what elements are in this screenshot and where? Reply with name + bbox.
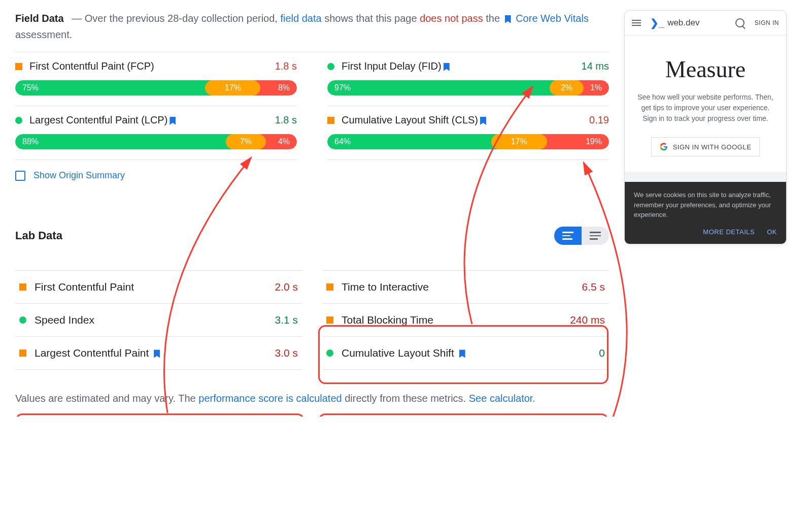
poor-segment: 19% xyxy=(539,134,609,149)
more-details-button[interactable]: MORE DETAILS xyxy=(703,227,755,237)
status-dot xyxy=(326,316,333,324)
good-segment: 88% xyxy=(15,134,234,149)
metric-name: First Input Delay (FID) xyxy=(342,60,574,72)
webdev-logo[interactable]: ❯_ web.dev xyxy=(650,17,730,29)
field-metric-1: First Input Delay (FID) 14 ms 97% 2% 1% xyxy=(327,52,609,106)
device-preview: ❯_ web.dev SIGN IN Measure See how well … xyxy=(624,10,787,244)
toggle-detail-view[interactable] xyxy=(554,227,582,245)
cookie-banner: We serve cookies on this site to analyze… xyxy=(625,182,786,244)
ok-button[interactable]: OK xyxy=(767,227,777,237)
status-dot xyxy=(15,117,22,124)
measure-heading: Measure xyxy=(637,56,774,83)
lab-metric-value: 0 xyxy=(599,347,605,359)
lab-metric-name: Total Blocking Time xyxy=(342,314,562,326)
lab-data-title: Lab Data xyxy=(15,229,62,242)
metric-value: 14 ms xyxy=(582,60,609,72)
lab-metric-4: Largest Contentful Paint 3.0 s xyxy=(15,337,302,370)
needs-improvement-segment: 17% xyxy=(491,134,547,149)
footer-note: Values are estimated and may vary. The p… xyxy=(15,390,548,406)
origin-checkbox[interactable] xyxy=(15,171,25,181)
distribution-bar: 64% 17% 19% xyxy=(327,134,609,149)
distribution-bar: 97% 2% 1% xyxy=(327,80,609,96)
lab-metric-name: Time to Interactive xyxy=(342,281,573,293)
needs-improvement-segment: 17% xyxy=(205,80,260,96)
origin-label: Show Origin Summary xyxy=(33,170,125,181)
needs-improvement-segment: 2% xyxy=(550,80,584,96)
status-dot xyxy=(327,63,334,70)
status-dot xyxy=(326,283,333,291)
field-metric-2: Largest Contentful Paint (LCP) 1.8 s 88%… xyxy=(15,106,297,160)
google-icon xyxy=(660,143,668,151)
good-segment: 97% xyxy=(327,80,558,96)
field-data-summary: Field Data — Over the previous 28-day co… xyxy=(15,10,609,43)
bookmark-icon xyxy=(444,63,450,71)
does-not-pass-text: does not pass xyxy=(420,13,483,24)
lab-metric-0: First Contentful Paint 2.0 s xyxy=(15,270,302,304)
lab-metric-value: 2.0 s xyxy=(275,281,298,293)
lab-metric-3: Total Blocking Time 240 ms xyxy=(322,304,609,337)
field-metric-0: First Contentful Paint (FCP) 1.8 s 75% 1… xyxy=(15,52,297,106)
lab-metric-value: 6.5 s xyxy=(582,281,605,293)
lab-metric-value: 240 ms xyxy=(570,314,605,326)
logo-chevron-icon: ❯_ xyxy=(650,17,664,29)
good-segment: 75% xyxy=(15,80,213,96)
highlight-box-lcp xyxy=(15,414,304,417)
status-dot xyxy=(19,350,26,357)
lab-metric-name: Speed Index xyxy=(35,314,266,326)
status-dot xyxy=(326,350,333,357)
highlight-box-cls xyxy=(318,414,608,417)
metric-value: 0.19 xyxy=(589,114,609,126)
sign-in-button[interactable]: SIGN IN xyxy=(755,19,779,26)
bookmark-icon xyxy=(459,350,465,358)
bookmark-icon xyxy=(505,15,511,23)
measure-description: See how well your website performs. Then… xyxy=(637,92,774,124)
metric-name: Cumulative Layout Shift (CLS) xyxy=(342,114,582,126)
lab-metric-name: Cumulative Layout Shift xyxy=(342,347,591,359)
lab-metric-name: Largest Contentful Paint xyxy=(35,347,266,359)
metric-value: 1.8 s xyxy=(275,60,297,72)
status-dot xyxy=(19,283,26,291)
status-dot xyxy=(15,63,22,70)
field-metric-3: Cumulative Layout Shift (CLS) 0.19 64% 1… xyxy=(327,106,609,160)
search-icon[interactable] xyxy=(735,18,745,27)
bookmark-icon xyxy=(154,350,160,358)
status-dot xyxy=(19,316,26,324)
see-calculator-link[interactable]: See calculator. xyxy=(469,393,535,404)
metric-name: First Contentful Paint (FCP) xyxy=(29,60,268,72)
metric-value: 1.8 s xyxy=(275,114,297,126)
lab-metric-value: 3.1 s xyxy=(275,314,298,326)
show-origin-summary-row[interactable]: Show Origin Summary xyxy=(15,160,609,191)
hamburger-icon[interactable] xyxy=(632,20,641,26)
distribution-bar: 75% 17% 8% xyxy=(15,80,297,96)
toggle-list-view[interactable] xyxy=(582,227,609,245)
lab-metrics-grid: First Contentful Paint 2.0 s Time to Int… xyxy=(15,270,609,370)
view-toggle[interactable] xyxy=(554,227,609,245)
lab-metric-value: 3.0 s xyxy=(275,347,298,359)
core-web-vitals-link[interactable]: Core Web Vitals xyxy=(516,13,589,24)
lab-metric-1: Time to Interactive 6.5 s xyxy=(322,270,609,304)
distribution-bar: 88% 7% 4% xyxy=(15,134,297,149)
field-metrics-grid: First Contentful Paint (FCP) 1.8 s 75% 1… xyxy=(15,52,609,160)
lab-metric-2: Speed Index 3.1 s xyxy=(15,304,302,337)
status-dot xyxy=(327,117,334,124)
metric-name: Largest Contentful Paint (LCP) xyxy=(29,114,268,126)
bookmark-icon xyxy=(170,117,176,125)
good-segment: 64% xyxy=(327,134,499,149)
lab-metric-name: First Contentful Paint xyxy=(35,281,266,293)
field-data-title: Field Data xyxy=(15,13,64,24)
sign-in-google-button[interactable]: SIGN IN WITH GOOGLE xyxy=(651,137,760,156)
perf-score-link[interactable]: performance score is calculated xyxy=(198,393,342,404)
field-data-link[interactable]: field data xyxy=(280,13,321,24)
bookmark-icon xyxy=(480,117,486,125)
lab-metric-5: Cumulative Layout Shift 0 xyxy=(322,337,609,370)
needs-improvement-segment: 7% xyxy=(226,134,266,149)
